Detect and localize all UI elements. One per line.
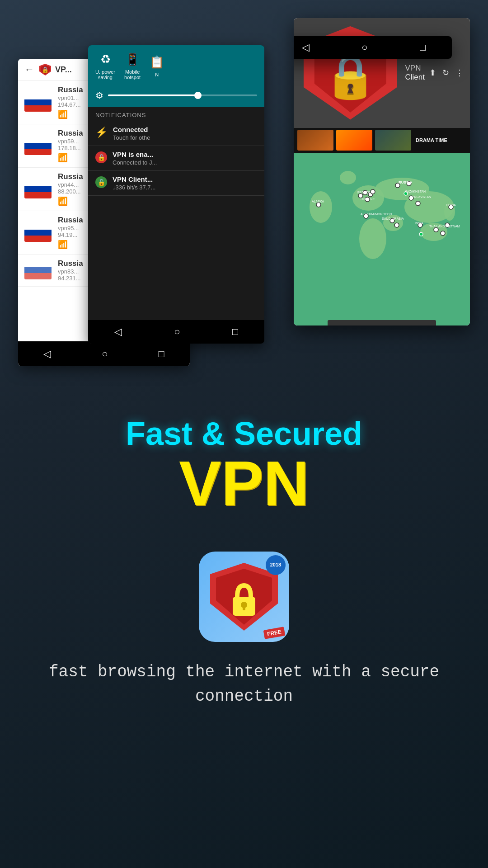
drama-thumb-2 [336,130,372,151]
screen-front: 🔒 VPN Client ⬆ ↻ ⋮ DRAMA TIME [294,18,470,326]
flag-russia-4 [24,224,52,242]
middle-screen-nav: ◁ ○ □ [88,320,264,344]
svg-text:ALGERIA/MOROCCO: ALGERIA/MOROCCO [361,212,392,216]
share-icon[interactable]: ⬆ [429,68,436,78]
extra-icon: 📋 [150,55,164,69]
svg-point-31 [416,201,420,206]
nav-recent-icon-f[interactable]: □ [420,42,426,53]
headline-line1: Fast & Secured [9,416,479,452]
notification-item-usb[interactable]: ⚡ Connected Touch for othe [88,121,264,146]
drama-time-label: DRAMA TIME [416,137,447,143]
svg-point-33 [419,232,423,236]
svg-text:ALASKA: ALASKA [312,200,324,203]
drama-thumb-1 [297,130,333,151]
notif-sub-2: Connected to J... [113,159,157,166]
app-icon-container: 2018 FREE [199,552,289,642]
svg-point-24 [394,223,399,227]
more-icon[interactable]: ⋮ [455,68,464,78]
svg-text:KYRGYZSTAN: KYRGYZSTAN [410,195,431,198]
year-badge: 2018 [266,555,286,575]
svg-point-14 [310,191,332,223]
headline-line2: VPN [9,452,479,515]
notifications-header: NOTIFICATIONS [88,107,264,121]
brightness-icon: ⚙ [95,90,103,101]
quick-connection-button[interactable]: QUICK CONNECTION [328,320,436,326]
svg-point-10 [359,218,386,259]
text-section: Fast & Secured VPN [0,407,488,524]
nav-home-icon-f[interactable]: ○ [361,42,367,53]
brightness-fill [108,94,197,96]
qs-extra[interactable]: 📋 N [150,55,164,77]
vpn-list-title: VP... [55,65,72,75]
drama-thumb-3 [375,130,411,151]
usb-icon: ⚡ [95,127,108,138]
svg-point-26 [434,227,438,232]
bottom-text-section: fast browsing the internet with a secure… [0,660,488,709]
notif-content-3: VPN Client... ↓336 bit/s 37.7... [113,175,155,191]
notif-title-1: Connected [113,126,150,133]
nav-recent-icon-m[interactable]: □ [232,326,238,338]
flag-russia-1 [24,94,52,112]
front-screen-nav: ◁ ○ □ [294,36,452,59]
hotspot-icon: 📱 [125,52,140,66]
nav-home-icon[interactable]: ○ [102,348,108,360]
flag-russia-3 [24,180,52,198]
world-map: RUSSIA KAZAKHSTAN KYRGYZSTAN FRANCE UKRA… [294,153,470,316]
svg-text:UKRAINE: UKRAINE [361,198,375,201]
svg-rect-51 [243,605,245,610]
app-icon-small: 🔒 [39,63,52,76]
notification-item-vpn-enabled[interactable]: 🔒 VPN is ena... Connected to J... [88,146,264,171]
svg-text:KAZAKHSTAN: KAZAKHSTAN [405,190,426,193]
svg-text:INDIA: INDIA [415,222,423,225]
qs-power-saving[interactable]: ♻ U. power saving [95,52,115,80]
flag-russia-5 [24,261,52,279]
svg-text:THAILAND/VIETNAM: THAILAND/VIETNAM [429,225,460,228]
qs-label: U. power saving [95,69,115,80]
svg-point-27 [441,231,445,236]
flag-russia-2 [24,137,52,155]
notif-sub-1: Touch for othe [113,134,150,141]
notif-content-2: VPN is ena... Connected to J... [113,151,157,166]
svg-text:SAUDI ARABIA: SAUDI ARABIA [382,217,404,220]
back-screen-nav: ◁ ○ □ [18,341,190,366]
topbar-actions: ⬆ ↻ ⋮ [429,68,464,78]
refresh-icon[interactable]: ↻ [442,68,449,78]
vpn-map-topbar: 🔒 VPN Client ⬆ ↻ ⋮ [294,18,470,128]
notif-content-1: Connected Touch for othe [113,126,150,141]
svg-text:RUSSIA: RUSSIA [399,180,412,184]
nav-recent-icon[interactable]: □ [159,348,164,360]
drama-time-bar: DRAMA TIME [294,128,470,153]
qs-label2: Mobile hotspot [124,69,141,80]
qs-label3: N [155,72,159,77]
screen-middle: ♻ U. power saving 📱 Mobile hotspot 📋 N ⚙… [88,45,264,344]
svg-point-20 [371,189,375,194]
qs-hotspot[interactable]: 📱 Mobile hotspot [124,52,141,80]
brightness-row: ⚙ [88,87,264,107]
svg-text:🔒: 🔒 [42,66,49,74]
svg-text:CHINA: CHINA [446,203,456,207]
shield-green-icon: 🔒 [95,176,107,188]
notification-item-vpn-client[interactable]: 🔒 VPN Client... ↓336 bit/s 37.7... [88,171,264,196]
vpn-client-title: VPN Client [405,64,425,82]
back-arrow-icon[interactable]: ← [24,64,34,75]
bottom-description: fast browsing the internet with a secure… [27,660,461,709]
notif-title-2: VPN is ena... [113,151,157,158]
nav-back-icon[interactable]: ◁ [43,348,51,360]
shield-red-icon: 🔒 [95,151,107,163]
svg-text:FRANCE: FRANCE [357,191,371,194]
brightness-bar[interactable] [108,94,257,96]
quick-settings-panel: ♻ U. power saving 📱 Mobile hotspot 📋 N [88,45,264,87]
map-button-area: QUICK CONNECTION CHOOSE COUNTRY 163 serv… [294,316,470,326]
svg-point-34 [316,203,321,207]
brightness-handle [194,92,202,99]
notif-sub-3: ↓336 bit/s 37.7... [113,184,155,191]
svg-point-15 [340,171,356,184]
power-saving-icon: ♻ [100,52,111,66]
notif-title-3: VPN Client... [113,175,155,183]
nav-back-icon-f[interactable]: ◁ [302,42,310,53]
nav-back-icon-m[interactable]: ◁ [114,326,122,338]
nav-home-icon-m[interactable]: ○ [174,326,180,338]
map-svg: RUSSIA KAZAKHSTAN KYRGYZSTAN FRANCE UKRA… [294,153,470,316]
app-icon-background: 2018 FREE [199,552,289,642]
